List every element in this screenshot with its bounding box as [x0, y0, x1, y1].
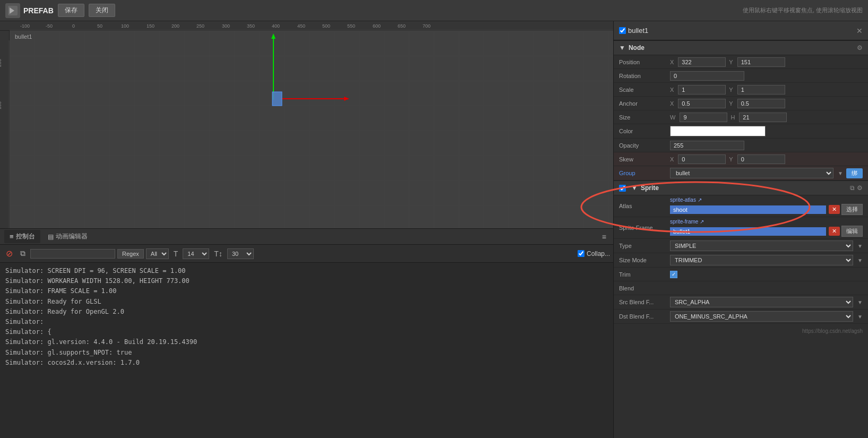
console-line-1: Simulator: WORKAREA WIDTH 1528.00, HEIGH… [5, 276, 608, 286]
viewport[interactable]: -100 -50 0 50 100 150 200 250 300 350 40… [0, 21, 613, 228]
line-height-button[interactable]: T↕ [211, 248, 225, 259]
font-button[interactable]: T [171, 248, 181, 259]
save-button[interactable]: 保存 [58, 4, 84, 17]
type-select[interactable]: SIMPLE SLICED TILED FILLED MESH [670, 241, 853, 251]
node-enabled-checkbox[interactable] [619, 27, 626, 34]
src-blend-row: Src Blend F... SRC_ALPHA ▼ [614, 295, 868, 310]
size-label: Size [619, 114, 667, 121]
scale-x-input[interactable] [678, 85, 726, 95]
tab-console[interactable]: ≡ 控制台 [4, 230, 40, 243]
dst-blend-select[interactable]: ONE_MINUS_SRC_ALPHA [670, 311, 853, 322]
node-section-title: Node [629, 44, 644, 51]
bottom-tabs: ≡ 控制台 ▤ 动画编辑器 ≡ [0, 229, 613, 245]
group-select[interactable]: bullet [670, 168, 833, 178]
opacity-input[interactable] [670, 141, 744, 150]
search-input[interactable] [30, 249, 115, 259]
app-title: PREFAB [23, 6, 54, 15]
atlas-input[interactable] [670, 205, 826, 214]
sprite-frame-clear-button[interactable]: ✕ [829, 227, 840, 236]
copy-button[interactable]: ⧉ [18, 248, 28, 259]
src-blend-select[interactable]: SRC_ALPHA [670, 297, 853, 307]
anchor-x-input[interactable] [678, 99, 726, 108]
right-panel: bullet1 ✕ ▼ Node ⚙ Position X Y Rotation… [613, 21, 868, 438]
size-h-input[interactable] [739, 113, 787, 122]
settings-button[interactable]: ✕ [856, 27, 863, 35]
size-mode-label: Size Mode [619, 257, 667, 263]
atlas-sub-label: sprite-atlas [670, 197, 696, 203]
sprite-copy-icon[interactable]: ⧉ [850, 184, 855, 192]
canvas-area: -100 -50 0 50 100 150 200 250 300 350 40… [0, 21, 613, 438]
atlas-link-icon: ↗ [698, 197, 702, 203]
skew-y-input[interactable] [737, 154, 785, 164]
node-section-gear[interactable]: ⚙ [857, 44, 863, 51]
anchor-y-input[interactable] [737, 99, 785, 108]
right-panel-header: bullet1 ✕ [614, 21, 868, 40]
tab-console-label: 控制台 [16, 232, 35, 241]
position-y-input[interactable] [737, 57, 785, 67]
sprite-enabled-checkbox[interactable] [619, 185, 626, 192]
anchor-y-label: Y [729, 100, 733, 107]
svg-text:650: 650 [398, 23, 406, 29]
console-icon: ≡ [10, 233, 14, 241]
sprite-section-gear[interactable]: ⚙ [857, 184, 863, 192]
ruler-horizontal: -100 -50 0 50 100 150 200 250 300 350 40… [0, 21, 613, 31]
atlas-select-button[interactable]: 选择 [841, 204, 863, 215]
node-section-header[interactable]: ▼ Node ⚙ [614, 40, 868, 55]
node-collapse-arrow: ▼ [619, 44, 625, 51]
color-row: Color [614, 124, 868, 139]
skew-x-input[interactable] [678, 154, 726, 164]
regex-button[interactable]: Regex [117, 249, 144, 259]
font-size-select[interactable]: 14 [183, 248, 209, 259]
scale-label: Scale [619, 87, 667, 93]
dst-blend-dropdown-icon: ▼ [857, 314, 863, 320]
blend-row: Blend [614, 281, 868, 295]
type-label: Type [619, 243, 667, 249]
sprite-frame-edit-button[interactable]: 编辑 [841, 226, 863, 237]
svg-rect-24 [10, 31, 613, 228]
line-height-select[interactable]: 30 [227, 248, 254, 259]
clear-button[interactable]: ⊘ [3, 247, 15, 260]
top-bar: PREFAB 保存 关闭 使用鼠标右键平移视窗焦点, 使用滚轮缩放视图 [0, 0, 868, 21]
console-line-3: Simulator: Ready for GLSL [5, 297, 608, 307]
main-area: -100 -50 0 50 100 150 200 250 300 350 40… [0, 21, 868, 438]
scale-y-input[interactable] [737, 85, 785, 95]
svg-text:200: 200 [171, 23, 179, 29]
rotation-input[interactable] [670, 71, 744, 81]
dst-blend-label: Dst Blend F... [619, 313, 667, 320]
atlas-clear-button[interactable]: ✕ [829, 205, 840, 214]
panel-menu-button[interactable]: ≡ [599, 231, 609, 242]
filter-select[interactable]: All [146, 248, 169, 259]
size-mode-select[interactable]: TRIMMED RAW CUSTOM [670, 255, 853, 265]
pos-x-label: X [670, 59, 674, 65]
console-line-8: Simulator: gl.supports_NPOT: true [5, 348, 608, 358]
svg-text:-100: -100 [20, 23, 30, 29]
svg-text:150: 150 [147, 23, 154, 29]
svg-text:550: 550 [347, 23, 355, 29]
group-bind-button[interactable]: 绑 [846, 168, 863, 178]
size-w-input[interactable] [680, 113, 727, 122]
tab-anim-label: 动画编辑器 [56, 232, 88, 241]
pos-y-label: Y [729, 59, 733, 65]
position-x-input[interactable] [678, 57, 726, 67]
atlas-label: Atlas [619, 203, 667, 209]
tab-anim-editor[interactable]: ▤ 动画编辑器 [42, 230, 93, 243]
color-swatch[interactable] [670, 126, 766, 136]
collapse-label: Collap... [587, 250, 610, 257]
type-dropdown-icon: ▼ [857, 243, 863, 249]
trim-checkbox[interactable]: ✓ [670, 271, 677, 278]
close-button[interactable]: 关闭 [89, 4, 115, 17]
blend-label: Blend [619, 285, 667, 291]
canvas-inner[interactable]: bullet1 [10, 31, 613, 228]
size-row: Size W H [614, 110, 868, 124]
anchor-x-label: X [670, 100, 674, 107]
skew-label: Skew [619, 156, 667, 162]
svg-text:0: 0 [72, 23, 75, 29]
collapse-checkbox[interactable] [578, 250, 585, 257]
src-blend-dropdown-icon: ▼ [857, 299, 863, 305]
sprite-section-header[interactable]: ▼ Sprite ⧉ ⚙ [614, 181, 868, 195]
watermark: https://blog.csdn.net/agsh [614, 324, 868, 338]
rotation-row: Rotation [614, 69, 868, 83]
sprite-frame-input[interactable] [670, 227, 826, 236]
ruler-vertical: 200 100 [0, 31, 10, 228]
svg-text:400: 400 [272, 23, 280, 29]
